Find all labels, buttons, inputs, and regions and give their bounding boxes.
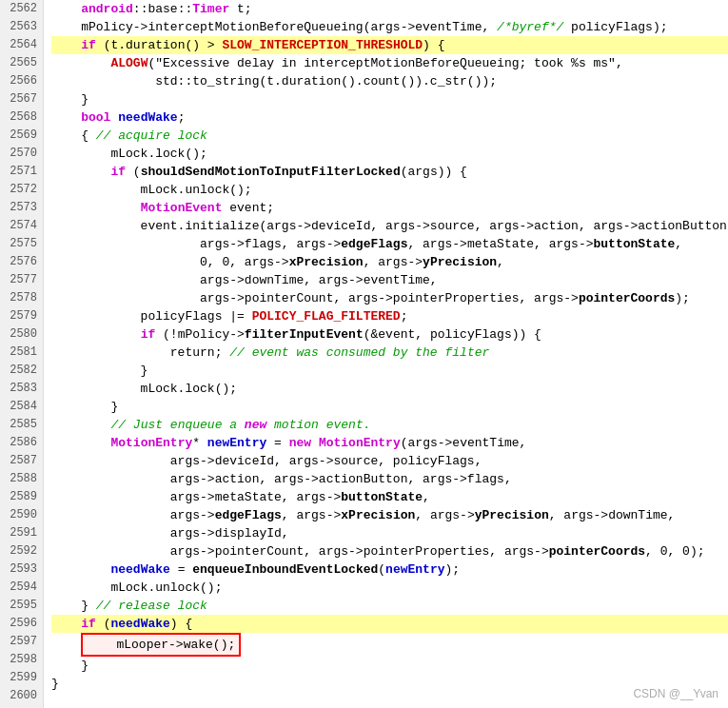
code-line: args->edgeFlags, args->xPrecision, args-… bbox=[51, 506, 728, 524]
line-number: 2593 bbox=[4, 560, 37, 579]
code-line: MotionEvent event; bbox=[51, 199, 728, 217]
code-line: args->downTime, args->eventTime, bbox=[51, 271, 728, 289]
line-number: 2576 bbox=[4, 253, 37, 271]
code-line: mPolicy->interceptMotionBeforeQueueing(a… bbox=[51, 18, 728, 36]
line-number: 2572 bbox=[4, 181, 37, 199]
line-number: 2599 bbox=[4, 669, 37, 687]
code-line: event.initialize(args->deviceId, args->s… bbox=[51, 217, 728, 235]
line-number: 2580 bbox=[4, 325, 37, 344]
code-line: } // release lock bbox=[51, 597, 728, 615]
watermark: CSDN @__Yvan bbox=[633, 687, 718, 700]
code-line: args->displayId, bbox=[51, 524, 728, 542]
code-line: bool needWake; bbox=[51, 108, 728, 127]
code-line: // Just enqueue a new motion event. bbox=[51, 416, 728, 434]
code-line: } bbox=[51, 90, 728, 108]
code-line: args->action, args->actionButton, args->… bbox=[51, 470, 728, 488]
line-number: 2567 bbox=[4, 90, 37, 108]
line-number: 2594 bbox=[4, 579, 37, 597]
code-line: 0, 0, args->xPrecision, args->yPrecision… bbox=[51, 253, 728, 271]
code-line: } bbox=[51, 657, 728, 675]
line-number: 2582 bbox=[4, 362, 37, 380]
code-line: } bbox=[51, 362, 728, 380]
line-number: 2565 bbox=[4, 54, 37, 72]
line-number: 2591 bbox=[4, 524, 37, 542]
code-line: { // acquire lock bbox=[51, 127, 728, 145]
code-line: policyFlags |= POLICY_FLAG_FILTERED; bbox=[51, 307, 728, 325]
line-number: 2566 bbox=[4, 72, 37, 90]
code-line: MotionEntry* newEntry = new MotionEntry(… bbox=[51, 434, 728, 452]
code-line: args->deviceId, args->source, policyFlag… bbox=[51, 452, 728, 470]
line-number: 2581 bbox=[4, 344, 37, 362]
code-line: args->pointerCount, args->pointerPropert… bbox=[51, 542, 728, 560]
code-line: if (t.duration() > SLOW_INTERCEPTION_THR… bbox=[51, 36, 728, 54]
line-number: 2592 bbox=[4, 542, 37, 560]
code-content: android::base::Timer t; mPolicy->interce… bbox=[44, 0, 728, 708]
code-line: mLooper->wake(); bbox=[51, 633, 728, 657]
line-number: 2563 bbox=[4, 18, 37, 36]
code-line: if (!mPolicy->filterInputEvent(&event, p… bbox=[51, 325, 728, 344]
line-number: 2597 bbox=[4, 633, 37, 651]
line-number: 2575 bbox=[4, 235, 37, 253]
line-number: 2585 bbox=[4, 416, 37, 434]
code-line: args->metaState, args->buttonState, bbox=[51, 488, 728, 506]
line-number: 2587 bbox=[4, 452, 37, 470]
code-line: mLock.lock(); bbox=[51, 145, 728, 163]
code-line: return; // event was consumed by the fil… bbox=[51, 344, 728, 362]
code-line: mLock.unlock(); bbox=[51, 181, 728, 199]
code-line: args->flags, args->edgeFlags, args->meta… bbox=[51, 235, 728, 253]
line-number: 2574 bbox=[4, 217, 37, 235]
code-line: mLock.lock(); bbox=[51, 380, 728, 398]
line-number: 2571 bbox=[4, 163, 37, 181]
line-number: 2584 bbox=[4, 398, 37, 416]
line-number: 2568 bbox=[4, 108, 37, 127]
code-container: 2562256325642565256625672568256925702571… bbox=[0, 0, 728, 708]
line-number: 2578 bbox=[4, 289, 37, 307]
line-number: 2564 bbox=[4, 36, 37, 54]
line-number: 2588 bbox=[4, 470, 37, 488]
line-number: 2589 bbox=[4, 488, 37, 506]
code-line: } bbox=[51, 675, 728, 693]
code-line: args->pointerCount, args->pointerPropert… bbox=[51, 289, 728, 307]
line-number: 2583 bbox=[4, 380, 37, 398]
line-number: 2573 bbox=[4, 199, 37, 217]
code-line: if (shouldSendMotionToInputFilterLocked(… bbox=[51, 163, 728, 181]
line-numbers: 2562256325642565256625672568256925702571… bbox=[0, 0, 44, 708]
line-number: 2562 bbox=[4, 0, 37, 18]
line-number: 2579 bbox=[4, 307, 37, 325]
code-line: needWake = enqueueInboundEventLocked(new… bbox=[51, 560, 728, 579]
code-line: ALOGW("Excessive delay in interceptMotio… bbox=[51, 54, 728, 72]
line-number: 2569 bbox=[4, 127, 37, 145]
code-line: android::base::Timer t; bbox=[51, 0, 728, 18]
code-line: mLock.unlock(); bbox=[51, 579, 728, 597]
line-number: 2596 bbox=[4, 615, 37, 633]
code-line: } bbox=[51, 398, 728, 416]
line-number: 2577 bbox=[4, 271, 37, 289]
line-number: 2600 bbox=[4, 687, 37, 705]
code-line: std::to_string(t.duration().count()).c_s… bbox=[51, 72, 728, 90]
line-number: 2590 bbox=[4, 506, 37, 524]
line-number: 2598 bbox=[4, 651, 37, 669]
line-number: 2595 bbox=[4, 597, 37, 615]
line-number: 2570 bbox=[4, 145, 37, 163]
line-number: 2586 bbox=[4, 434, 37, 452]
code-line: if (needWake) { bbox=[51, 615, 728, 633]
